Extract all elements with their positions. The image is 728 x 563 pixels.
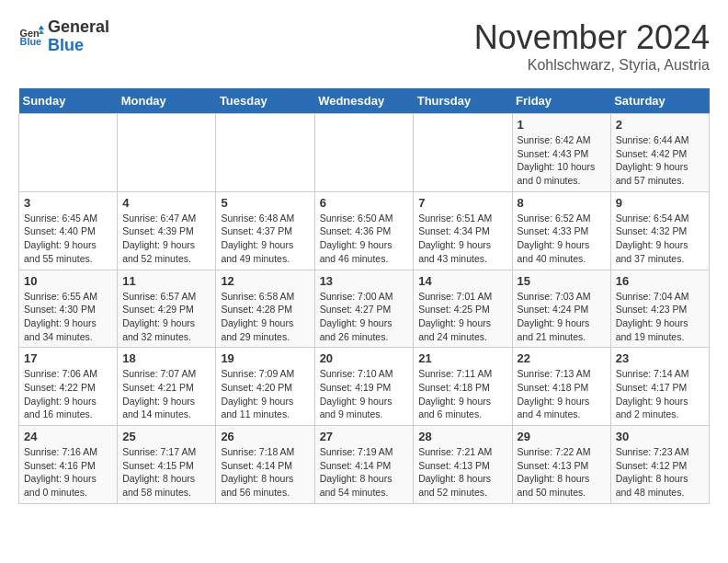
day-number: 21 — [418, 351, 506, 365]
title-area: November 2024 Kohlschwarz, Styria, Austr… — [474, 18, 710, 74]
calendar-table: SundayMondayTuesdayWednesdayThursdayFrid… — [18, 88, 710, 504]
day-info: Sunrise: 6:52 AMSunset: 4:33 PMDaylight:… — [518, 212, 606, 266]
day-info: Sunrise: 6:42 AMSunset: 4:43 PMDaylight:… — [518, 133, 606, 188]
day-info: Sunrise: 6:55 AMSunset: 4:30 PMDaylight:… — [24, 290, 112, 344]
calendar-cell — [314, 114, 414, 192]
day-info: Sunrise: 7:19 AMSunset: 4:14 PMDaylight:… — [320, 445, 409, 500]
calendar-cell: 1Sunrise: 6:42 AMSunset: 4:43 PMDaylight… — [512, 114, 610, 192]
calendar-cell — [118, 114, 216, 192]
calendar-week-row: 3Sunrise: 6:45 AMSunset: 4:40 PMDaylight… — [19, 191, 710, 270]
day-info: Sunrise: 7:14 AMSunset: 4:17 PMDaylight:… — [616, 367, 704, 421]
day-number: 11 — [122, 274, 210, 288]
calendar-cell: 2Sunrise: 6:44 AMSunset: 4:42 PMDaylight… — [610, 114, 709, 192]
day-info: Sunrise: 7:11 AMSunset: 4:18 PMDaylight:… — [418, 367, 506, 421]
calendar-cell: 8Sunrise: 6:52 AMSunset: 4:33 PMDaylight… — [512, 191, 610, 270]
day-number: 20 — [320, 351, 409, 365]
day-number: 3 — [24, 196, 112, 210]
day-number: 13 — [320, 274, 409, 288]
logo-icon: Gen Blue — [18, 24, 44, 50]
calendar-week-row: 24Sunrise: 7:16 AMSunset: 4:16 PMDayligh… — [19, 426, 710, 504]
day-number: 12 — [221, 274, 309, 288]
calendar-cell: 23Sunrise: 7:14 AMSunset: 4:17 PMDayligh… — [610, 348, 709, 426]
day-number: 22 — [518, 351, 606, 365]
calendar-cell: 9Sunrise: 6:54 AMSunset: 4:32 PMDaylight… — [610, 191, 709, 270]
calendar-cell: 26Sunrise: 7:18 AMSunset: 4:14 PMDayligh… — [216, 426, 314, 504]
calendar-cell: 16Sunrise: 7:04 AMSunset: 4:23 PMDayligh… — [610, 270, 709, 348]
day-info: Sunrise: 7:06 AMSunset: 4:22 PMDaylight:… — [24, 367, 112, 421]
day-number: 8 — [518, 196, 606, 210]
day-header-thursday: Thursday — [414, 88, 512, 114]
calendar-cell: 19Sunrise: 7:09 AMSunset: 4:20 PMDayligh… — [216, 348, 314, 426]
calendar-cell: 28Sunrise: 7:21 AMSunset: 4:13 PMDayligh… — [414, 426, 512, 504]
calendar-cell: 15Sunrise: 7:03 AMSunset: 4:24 PMDayligh… — [512, 270, 610, 348]
day-number: 25 — [122, 430, 210, 443]
day-header-sunday: Sunday — [19, 88, 118, 114]
day-number: 23 — [616, 351, 704, 365]
day-number: 7 — [418, 196, 506, 210]
calendar-cell — [414, 114, 512, 192]
calendar-cell: 24Sunrise: 7:16 AMSunset: 4:16 PMDayligh… — [19, 426, 118, 504]
day-info: Sunrise: 7:18 AMSunset: 4:14 PMDaylight:… — [221, 445, 309, 500]
day-number: 16 — [616, 274, 704, 288]
day-header-friday: Friday — [512, 88, 610, 114]
day-info: Sunrise: 7:03 AMSunset: 4:24 PMDaylight:… — [518, 290, 606, 344]
day-info: Sunrise: 7:04 AMSunset: 4:23 PMDaylight:… — [616, 290, 704, 344]
day-info: Sunrise: 7:23 AMSunset: 4:12 PMDaylight:… — [616, 445, 704, 500]
day-header-monday: Monday — [118, 88, 216, 114]
day-number: 28 — [418, 430, 506, 443]
day-number: 24 — [24, 430, 112, 443]
calendar-cell: 5Sunrise: 6:48 AMSunset: 4:37 PMDaylight… — [216, 191, 314, 270]
day-number: 27 — [320, 430, 409, 443]
day-header-tuesday: Tuesday — [216, 88, 314, 114]
day-number: 14 — [418, 274, 506, 288]
day-info: Sunrise: 6:45 AMSunset: 4:40 PMDaylight:… — [24, 212, 112, 266]
logo-text: GeneralBlue — [48, 18, 109, 55]
calendar-cell: 12Sunrise: 6:58 AMSunset: 4:28 PMDayligh… — [216, 270, 314, 348]
day-info: Sunrise: 6:58 AMSunset: 4:28 PMDaylight:… — [221, 290, 309, 344]
day-number: 2 — [616, 118, 704, 132]
day-info: Sunrise: 7:21 AMSunset: 4:13 PMDaylight:… — [418, 445, 506, 500]
page-header: Gen Blue GeneralBlue November 2024 Kohls… — [18, 18, 710, 74]
day-number: 1 — [518, 118, 606, 132]
calendar-cell: 22Sunrise: 7:13 AMSunset: 4:18 PMDayligh… — [512, 348, 610, 426]
calendar-cell: 10Sunrise: 6:55 AMSunset: 4:30 PMDayligh… — [19, 270, 118, 348]
day-info: Sunrise: 6:54 AMSunset: 4:32 PMDaylight:… — [616, 212, 704, 266]
calendar-cell: 7Sunrise: 6:51 AMSunset: 4:34 PMDaylight… — [414, 191, 512, 270]
calendar-cell: 17Sunrise: 7:06 AMSunset: 4:22 PMDayligh… — [19, 348, 118, 426]
location-subtitle: Kohlschwarz, Styria, Austria — [474, 57, 710, 74]
svg-text:Blue: Blue — [20, 36, 42, 47]
calendar-cell: 11Sunrise: 6:57 AMSunset: 4:29 PMDayligh… — [118, 270, 216, 348]
day-header-wednesday: Wednesday — [314, 88, 414, 114]
day-info: Sunrise: 7:00 AMSunset: 4:27 PMDaylight:… — [320, 290, 409, 344]
day-info: Sunrise: 6:51 AMSunset: 4:34 PMDaylight:… — [418, 212, 506, 266]
calendar-cell — [216, 114, 314, 192]
calendar-cell: 14Sunrise: 7:01 AMSunset: 4:25 PMDayligh… — [414, 270, 512, 348]
day-number: 29 — [518, 430, 606, 443]
day-info: Sunrise: 7:01 AMSunset: 4:25 PMDaylight:… — [418, 290, 506, 344]
calendar-cell: 13Sunrise: 7:00 AMSunset: 4:27 PMDayligh… — [314, 270, 414, 348]
day-info: Sunrise: 7:17 AMSunset: 4:15 PMDaylight:… — [122, 445, 210, 500]
calendar-cell: 27Sunrise: 7:19 AMSunset: 4:14 PMDayligh… — [314, 426, 414, 504]
day-number: 15 — [518, 274, 606, 288]
day-number: 17 — [24, 351, 112, 365]
calendar-week-row: 17Sunrise: 7:06 AMSunset: 4:22 PMDayligh… — [19, 348, 710, 426]
day-number: 4 — [122, 196, 210, 210]
day-info: Sunrise: 6:48 AMSunset: 4:37 PMDaylight:… — [221, 212, 309, 266]
day-info: Sunrise: 6:47 AMSunset: 4:39 PMDaylight:… — [122, 212, 210, 266]
day-number: 5 — [221, 196, 309, 210]
day-number: 10 — [24, 274, 112, 288]
day-info: Sunrise: 7:22 AMSunset: 4:13 PMDaylight:… — [518, 445, 606, 500]
calendar-cell: 20Sunrise: 7:10 AMSunset: 4:19 PMDayligh… — [314, 348, 414, 426]
calendar-cell: 29Sunrise: 7:22 AMSunset: 4:13 PMDayligh… — [512, 426, 610, 504]
day-number: 18 — [122, 351, 210, 365]
day-info: Sunrise: 7:09 AMSunset: 4:20 PMDaylight:… — [221, 367, 309, 421]
day-header-saturday: Saturday — [610, 88, 709, 114]
calendar-cell: 6Sunrise: 6:50 AMSunset: 4:36 PMDaylight… — [314, 191, 414, 270]
calendar-cell: 4Sunrise: 6:47 AMSunset: 4:39 PMDaylight… — [118, 191, 216, 270]
day-info: Sunrise: 7:16 AMSunset: 4:16 PMDaylight:… — [24, 445, 112, 500]
logo: Gen Blue GeneralBlue — [18, 18, 109, 55]
calendar-cell: 3Sunrise: 6:45 AMSunset: 4:40 PMDaylight… — [19, 191, 118, 270]
day-number: 19 — [221, 351, 309, 365]
day-number: 6 — [320, 196, 409, 210]
calendar-cell: 18Sunrise: 7:07 AMSunset: 4:21 PMDayligh… — [118, 348, 216, 426]
